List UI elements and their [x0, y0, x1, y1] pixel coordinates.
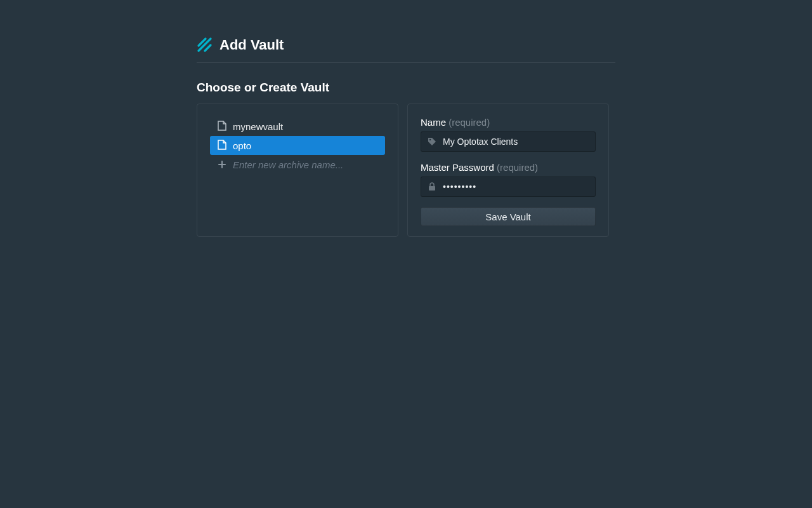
- vault-item-opto[interactable]: opto: [210, 136, 385, 155]
- password-input[interactable]: [443, 182, 589, 192]
- document-icon: [218, 140, 226, 152]
- tag-icon: [428, 137, 436, 146]
- app-logo-icon: [197, 37, 213, 53]
- plus-icon: [218, 161, 226, 168]
- header: Add Vault: [197, 37, 615, 63]
- password-input-wrap[interactable]: [421, 177, 596, 197]
- name-input-wrap[interactable]: [421, 131, 596, 152]
- vault-item-mynewvault[interactable]: mynewvault: [210, 117, 385, 136]
- vault-item-label: opto: [233, 140, 251, 151]
- svg-point-5: [429, 139, 431, 140]
- new-archive-input[interactable]: [233, 159, 377, 170]
- vault-new-row[interactable]: [210, 155, 385, 174]
- section-title: Choose or Create Vault: [197, 81, 615, 95]
- page-title: Add Vault: [219, 37, 284, 53]
- svg-rect-6: [429, 186, 435, 190]
- document-icon: [218, 121, 226, 133]
- svg-line-2: [205, 45, 211, 51]
- name-input[interactable]: [443, 137, 589, 147]
- password-label: Master Password (required): [421, 162, 596, 173]
- vault-item-label: mynewvault: [233, 121, 283, 132]
- vault-list-panel: mynewvault opto: [197, 104, 398, 237]
- lock-icon: [428, 182, 436, 191]
- name-label: Name (required): [421, 117, 596, 128]
- save-vault-button[interactable]: Save Vault: [421, 207, 596, 226]
- vault-form-panel: Name (required) Master Password: [407, 104, 609, 237]
